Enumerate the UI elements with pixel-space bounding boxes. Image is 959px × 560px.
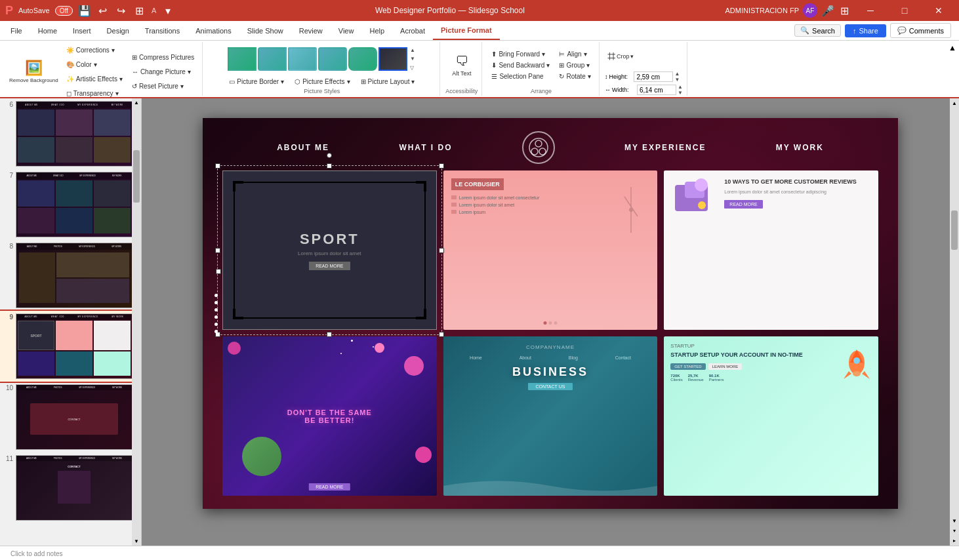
tab-transitions[interactable]: Transitions (137, 22, 188, 40)
slides-scrollbar[interactable]: ▲ ▼ (132, 98, 141, 546)
transparency-button[interactable]: ◻ Transparency ▾ (62, 87, 127, 100)
slide-thumb-8: ABOUT MEPHOTOSMY EXPERIENCEMY WORK (16, 243, 133, 308)
undo-button[interactable]: ↩ (96, 5, 110, 17)
card-reviews[interactable]: 10 WAYS TO GET MORE CUSTOMER REVIEWS Lor… (664, 170, 878, 330)
gallery-item-2[interactable] (258, 47, 287, 71)
close-button[interactable]: ✕ (924, 0, 954, 21)
artistic-effects-button[interactable]: ✨ Artistic Effects ▾ (62, 72, 127, 85)
title-bar-right: ADMINISTRACION FP AF 🎤 ⊞ ─ □ ✕ (725, 0, 954, 21)
slide-item-9[interactable]: 9 ABOUT MEWHAT I DOMY EXPERIENCEMY WORK … (0, 311, 141, 382)
selection-pane-button[interactable]: ☰ Selection Pane (487, 71, 554, 81)
canvas-scroll-down[interactable]: ▼ (950, 516, 959, 526)
alt-text-button[interactable]: 🗨 Alt Text (449, 45, 474, 85)
tab-picture-format[interactable]: Picture Format (433, 22, 500, 40)
bring-forward-button[interactable]: ⬆ Bring Forward ▾ (487, 49, 554, 59)
gallery-item-5[interactable] (348, 47, 377, 71)
maximize-button[interactable]: □ (889, 0, 920, 21)
picture-border-button[interactable]: ▭ Picture Border ▾ (225, 77, 288, 87)
canvas-scrollbar[interactable]: ▲ ▼ ▾ ▸ (950, 98, 959, 546)
tab-acrobat[interactable]: Acrobat (392, 22, 433, 40)
crop-button[interactable]: ⌗ Crop ▾ (605, 43, 683, 70)
rotate-button[interactable]: ↻ Rotate ▾ (555, 71, 594, 81)
height-input[interactable] (634, 71, 673, 82)
tab-animations[interactable]: Animations (188, 22, 239, 40)
picture-layout-button[interactable]: ⊞ Picture Layout ▾ (357, 77, 419, 87)
adjust-group-content: 🖼️ Remove Background ☀️ Corrections ▾ 🎨 … (7, 43, 198, 100)
color-button[interactable]: 🎨 Color ▾ (62, 58, 127, 71)
height-down-button[interactable]: ▼ (674, 77, 680, 83)
tab-design[interactable]: Design (99, 22, 137, 40)
canvas-scroll-adjust2[interactable]: ▸ (951, 536, 958, 546)
tab-help[interactable]: Help (361, 22, 392, 40)
arrange-col1: ⬆ Bring Forward ▾ ⬇ Send Backward ▾ ☰ Se… (487, 49, 554, 81)
tablet-mode-button[interactable]: ⊞ (133, 5, 146, 17)
space-btn: READ MORE (309, 483, 350, 490)
card-space[interactable]: DON'T BE THE SAME BE BETTER! READ MORE (222, 336, 437, 496)
search-box[interactable]: 🔍 Search (794, 24, 841, 37)
width-input[interactable] (637, 85, 676, 95)
gallery-item-4[interactable] (318, 47, 347, 71)
transparency-icon: ◻ (66, 90, 71, 97)
height-up-button[interactable]: ▲ (674, 71, 680, 77)
remove-bg-label: Remove Background (9, 78, 58, 84)
customize-button[interactable]: ▾ (161, 5, 174, 17)
canvas-scroll-adjust[interactable]: ▾ (951, 526, 958, 536)
slides-scroll-down[interactable]: ▼ (133, 537, 140, 546)
svg-point-9 (853, 371, 861, 376)
tab-slideshow[interactable]: Slide Show (239, 22, 291, 40)
share-button[interactable]: ↑ Share (845, 24, 886, 37)
picture-effects-button[interactable]: ⬡ Picture Effects ▾ (291, 77, 354, 87)
slide-item-11[interactable]: 11 ABOUT MEPHOTOSMY EXPERIENCEMY WORK CO… (0, 452, 141, 523)
gallery-scroll-down[interactable]: ▼ (410, 56, 415, 62)
autosave-toggle[interactable]: Off (55, 6, 73, 16)
ribbon-expand-button[interactable]: ▲ (949, 43, 956, 52)
gallery-expand[interactable]: ▽ (410, 65, 415, 71)
gallery-item-6[interactable] (378, 47, 407, 71)
tab-review[interactable]: Review (291, 22, 331, 40)
presentation-options-icon[interactable]: ⊞ (838, 5, 851, 17)
nav-what: WHAT I DO (399, 143, 452, 152)
gallery-item-1[interactable] (228, 47, 256, 71)
minimize-button[interactable]: ─ (855, 0, 886, 21)
card-le-corbusier[interactable]: LE CORBUSIER Lorem ipsum dolor sit amet … (443, 170, 658, 330)
corrections-button[interactable]: ☀️ Corrections ▾ (62, 43, 127, 56)
presentation-mode-indicator: A (152, 7, 156, 14)
tab-home[interactable]: Home (30, 22, 65, 40)
canvas-scroll-up[interactable]: ▲ (950, 98, 959, 108)
slide-item-6[interactable]: 6 ABOUT MEWHAT I DOMY EXPERIENCEMY WORK (0, 98, 141, 169)
notes-area[interactable]: Click to add notes (0, 546, 959, 560)
redo-button[interactable]: ↪ (115, 5, 128, 17)
comments-button[interactable]: 💬 Comments (890, 23, 951, 38)
slide-canvas[interactable]: ABOUT ME WHAT I DO MY EXPERIENCE MY WORK (203, 118, 898, 509)
compress-pictures-button[interactable]: ⊞ Compress Pictures (128, 50, 198, 64)
save-button[interactable]: 💾 (78, 5, 91, 17)
gallery-scroll-up[interactable]: ▲ (410, 47, 415, 53)
tab-view[interactable]: View (331, 22, 362, 40)
group-dropdown: ▾ (586, 62, 590, 69)
gallery-item-3[interactable] (288, 47, 317, 71)
slide-item-10[interactable]: 10 ABOUT MEPHOTOSMY EXPERIENCEMY WORK CO… (0, 382, 141, 452)
send-backward-button[interactable]: ⬇ Send Backward ▾ (487, 60, 554, 70)
canvas-scroll-thumb[interactable] (951, 210, 958, 250)
slides-scroll-thumb[interactable] (133, 150, 140, 203)
width-up-button[interactable]: ▲ (678, 84, 683, 90)
card-business[interactable]: COMPANYNAME HomeAboutBlogContact BUSINES… (443, 336, 658, 496)
change-picture-button[interactable]: ↔ Change Picture ▾ (128, 65, 198, 78)
reset-picture-button[interactable]: ↺ Reset Picture ▾ (128, 79, 198, 92)
selection-dot-left[interactable] (216, 269, 221, 274)
card-sport-container[interactable]: SPORT Lorem ipsum dolor sit amet READ MO… (222, 170, 437, 330)
mic-icon[interactable]: 🎤 (821, 5, 834, 17)
gallery-scroll[interactable]: ▲ ▼ ▽ (409, 47, 417, 71)
tab-insert[interactable]: Insert (65, 22, 99, 40)
slides-scroll-up[interactable]: ▲ (133, 98, 140, 107)
slide-item-7[interactable]: 7 ABOUT MEWHAT I DOMY EXPERIENCEMY WORK (0, 169, 141, 240)
remove-background-button[interactable]: 🖼️ Remove Background (7, 50, 61, 93)
picture-border-dropdown: ▾ (281, 78, 284, 85)
tab-file[interactable]: File (3, 22, 30, 40)
slide-item-8[interactable]: 8 ABOUT MEPHOTOSMY EXPERIENCEMY WORK (0, 240, 141, 311)
group-button[interactable]: ⊞ Group ▾ (555, 60, 594, 70)
align-button[interactable]: ⊨ Align ▾ (555, 49, 594, 59)
width-down-button[interactable]: ▼ (678, 90, 683, 96)
card-startup[interactable]: STARTUP STARTUP SETUP YOUR ACCOUNT IN NO… (664, 336, 878, 496)
width-label: ↔ (605, 87, 611, 93)
